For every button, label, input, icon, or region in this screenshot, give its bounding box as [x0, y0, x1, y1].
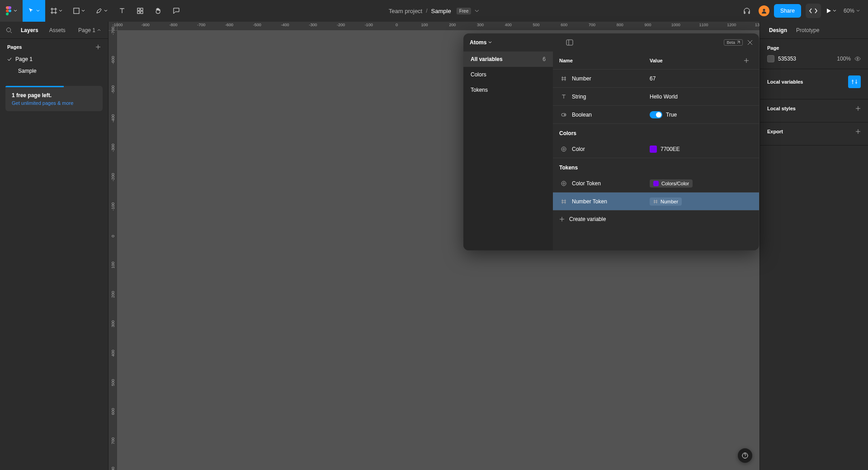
breadcrumb-file[interactable]: Sample: [431, 8, 451, 14]
add-mode-button[interactable]: [740, 58, 753, 63]
svg-rect-4: [137, 11, 140, 14]
chevron-down-icon: [104, 9, 108, 13]
alias-chip[interactable]: Number: [650, 197, 682, 206]
add-export-button[interactable]: [855, 129, 861, 134]
tab-prototype[interactable]: Prototype: [793, 25, 823, 35]
share-button[interactable]: Share: [774, 4, 801, 18]
variable-value[interactable]: Colors/Color: [650, 179, 740, 188]
chevron-down-icon: [14, 9, 17, 13]
right-panel-tabs: Design Prototype: [760, 22, 868, 39]
main-menu-button[interactable]: [0, 0, 23, 22]
frame-tool-button[interactable]: [45, 0, 68, 22]
ruler-tick: -700: [108, 22, 117, 44]
variable-name[interactable]: Number Token: [568, 198, 650, 205]
background-color-row[interactable]: 535353 100%: [767, 55, 861, 62]
panel-icon: [566, 39, 573, 46]
resources-icon: [137, 8, 143, 14]
variable-value[interactable]: 7700EE: [650, 146, 740, 153]
open-variables-button[interactable]: [848, 75, 861, 88]
sidebar-item-count: 6: [542, 56, 546, 62]
cursor-icon: [28, 8, 34, 14]
ruler-tick: 600: [551, 22, 578, 30]
dev-mode-toggle[interactable]: [806, 4, 821, 18]
avatar[interactable]: [759, 5, 769, 16]
hand-tool-button[interactable]: [149, 0, 167, 22]
variable-name[interactable]: Number: [568, 75, 650, 82]
file-menu-button[interactable]: [475, 9, 479, 13]
ruler-tick: -800: [160, 22, 187, 30]
ruler-tick: -300: [299, 22, 326, 30]
bg-hex[interactable]: 535353: [778, 56, 796, 62]
present-button[interactable]: [826, 8, 836, 14]
bg-opacity[interactable]: 100%: [837, 56, 851, 62]
zoom-menu[interactable]: 60%: [841, 8, 863, 14]
breadcrumb-project[interactable]: Team project: [389, 8, 422, 14]
ruler-horizontal: -1000-900-800-700-600-500-400-300-200-10…: [118, 22, 760, 31]
variable-value[interactable]: Number: [650, 197, 740, 206]
alias-chip[interactable]: Colors/Color: [650, 179, 693, 188]
tab-layers[interactable]: Layers: [16, 25, 43, 35]
add-page-button[interactable]: [95, 44, 101, 50]
layer-item-label: Sample: [18, 68, 37, 74]
svg-point-13: [563, 148, 565, 150]
pen-icon: [96, 8, 102, 14]
ruler-tick: 1000: [662, 22, 689, 30]
move-tool-button[interactable]: [23, 0, 45, 22]
variable-row[interactable]: String Hello World: [553, 88, 759, 106]
sidebar-item-tokens[interactable]: Tokens: [463, 82, 553, 98]
local-styles-section: Local styles: [760, 99, 868, 122]
tab-design[interactable]: Design: [765, 25, 791, 35]
svg-rect-1: [74, 8, 79, 14]
page-item[interactable]: Page 1: [0, 53, 108, 65]
visibility-toggle[interactable]: [854, 56, 861, 62]
sidebar-item-label: Colors: [471, 71, 486, 78]
svg-point-15: [563, 183, 565, 184]
sidebar-item-all[interactable]: All variables 6: [463, 52, 553, 67]
variable-row[interactable]: Color Token Colors/Color: [553, 174, 759, 193]
search-button[interactable]: [4, 25, 14, 36]
variable-row[interactable]: Number Token Number: [553, 193, 759, 211]
variable-value[interactable]: True: [650, 111, 740, 118]
resources-button[interactable]: [131, 0, 149, 22]
collection-selector[interactable]: Atoms: [470, 39, 492, 46]
chevron-down-icon: [36, 9, 40, 13]
page-selector[interactable]: Page 1: [75, 25, 104, 35]
variable-name[interactable]: Color Token: [568, 180, 650, 187]
quota-line2[interactable]: Get unlimited pages & more: [12, 100, 96, 106]
variable-name[interactable]: Color: [568, 146, 650, 152]
close-button[interactable]: [747, 40, 753, 45]
variable-row[interactable]: Boolean True: [553, 106, 759, 124]
rectangle-icon: [73, 8, 80, 14]
text-tool-button[interactable]: [113, 0, 131, 22]
boolean-toggle[interactable]: [650, 111, 662, 118]
pen-tool-button[interactable]: [90, 0, 113, 22]
dev-mode-icon: [809, 8, 817, 14]
shape-tool-button[interactable]: [68, 0, 90, 22]
variable-row[interactable]: Number 67: [553, 70, 759, 88]
variable-name[interactable]: String: [568, 94, 650, 100]
variable-value[interactable]: 67: [650, 75, 740, 82]
modes-toggle-button[interactable]: [566, 39, 573, 46]
comment-tool-button[interactable]: [167, 0, 185, 22]
sidebar-item-colors[interactable]: Colors: [463, 67, 553, 82]
toolbar-tools: [0, 0, 185, 22]
tab-assets[interactable]: Assets: [45, 25, 70, 35]
create-variable-button[interactable]: Create variable: [553, 211, 759, 228]
comment-icon: [173, 7, 180, 14]
svg-rect-2: [137, 8, 140, 10]
beta-badge[interactable]: Beta: [724, 39, 743, 46]
svg-point-6: [763, 9, 765, 11]
color-swatch[interactable]: [767, 55, 774, 62]
ruler-tick: 1200: [718, 22, 745, 30]
audio-button[interactable]: [740, 4, 754, 18]
add-style-button[interactable]: [855, 106, 861, 111]
variable-row[interactable]: Color 7700EE: [553, 140, 759, 158]
help-button[interactable]: [738, 448, 752, 463]
local-styles-label: Local styles: [767, 106, 796, 111]
variable-value[interactable]: Hello World: [650, 94, 740, 100]
layer-item[interactable]: Sample: [0, 65, 108, 77]
ruler-tick: -100: [108, 193, 117, 220]
variable-name[interactable]: Boolean: [568, 112, 650, 118]
quota-banner[interactable]: 1 free page left. Get unlimited pages & …: [5, 86, 103, 111]
svg-point-12: [561, 147, 566, 151]
